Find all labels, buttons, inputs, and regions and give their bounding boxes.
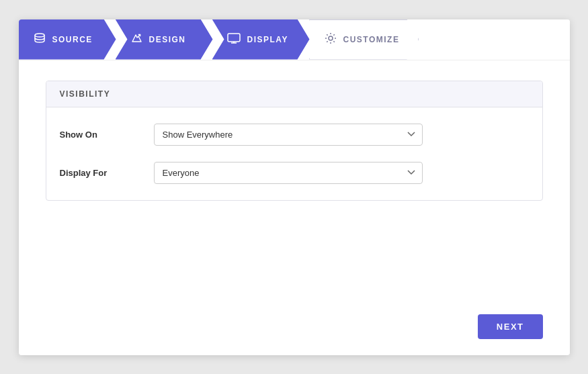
step-customize[interactable]: CUSTOMIZE	[309, 19, 419, 60]
show-on-label: Show On	[60, 130, 154, 140]
step-display[interactable]: DISPLAY	[212, 19, 310, 60]
display-for-label: Display For	[60, 168, 154, 178]
modal-container: SOURCE DESIGN DISPLAY	[19, 19, 570, 355]
step-customize-label: CUSTOMIZE	[343, 35, 400, 44]
step-source-label: SOURCE	[52, 35, 93, 44]
display-for-row: Display For Everyone Logged In Users Gue…	[60, 162, 529, 184]
step-display-label: DISPLAY	[247, 35, 288, 44]
visibility-title: VISIBILITY	[60, 89, 111, 99]
svg-point-0	[35, 34, 44, 37]
display-icon	[227, 33, 241, 46]
next-button[interactable]: NEXT	[478, 314, 543, 339]
visibility-section: VISIBILITY Show On Show Everywhere Show …	[46, 81, 543, 201]
source-icon	[34, 33, 46, 46]
svg-point-3	[329, 36, 333, 40]
show-on-row: Show On Show Everywhere Show on Desktop …	[60, 124, 529, 146]
visibility-section-header: VISIBILITY	[46, 81, 542, 107]
step-design-label: DESIGN	[149, 35, 186, 44]
step-source[interactable]: SOURCE	[19, 19, 116, 60]
customize-icon	[325, 32, 337, 47]
content-area: VISIBILITY Show On Show Everywhere Show …	[19, 60, 570, 303]
footer: NEXT	[19, 303, 570, 355]
show-on-select[interactable]: Show Everywhere Show on Desktop Only Sho…	[154, 124, 423, 146]
design-icon	[130, 33, 142, 46]
step-design[interactable]: DESIGN	[116, 19, 213, 60]
svg-point-1	[138, 34, 140, 36]
visibility-section-body: Show On Show Everywhere Show on Desktop …	[46, 107, 542, 200]
wizard-steps: SOURCE DESIGN DISPLAY	[19, 19, 570, 60]
display-for-select[interactable]: Everyone Logged In Users Guests Only	[154, 162, 423, 184]
svg-rect-2	[228, 34, 240, 42]
